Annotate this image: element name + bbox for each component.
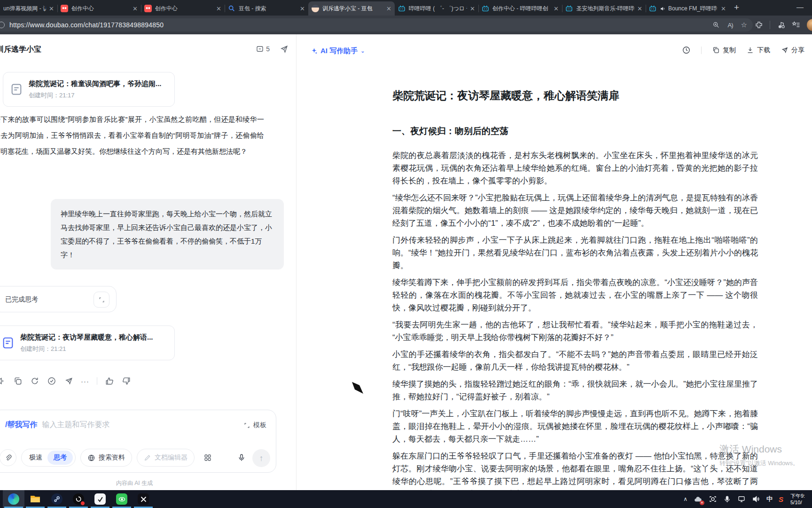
expand-icon[interactable]	[94, 292, 109, 308]
share-message-icon[interactable]	[64, 376, 73, 386]
sogou-tray-icon[interactable]: S	[779, 495, 783, 503]
volume-tray-icon[interactable]	[752, 495, 760, 503]
taskbar-obs-button[interactable]	[68, 490, 89, 508]
doc-card-2[interactable]: 柴院荒诞记：夜访琴屋藏暖意，稚心解语... 创建时间：21:21	[0, 325, 175, 360]
tab-close-icon[interactable]: ✕	[470, 5, 475, 12]
tab-title: un弹幕视频网 - 认证	[3, 5, 46, 13]
ime-indicator[interactable]: 中	[766, 495, 773, 503]
share-conversation-icon[interactable]	[280, 45, 289, 54]
tab-audio-icon[interactable]	[660, 6, 666, 12]
thumbs-down-icon[interactable]	[122, 376, 131, 386]
tab-close-icon[interactable]: ✕	[721, 5, 726, 12]
sparkle-icon	[311, 48, 318, 55]
favorite-star-icon[interactable]: ☆	[741, 21, 747, 29]
history-button[interactable]	[682, 46, 691, 55]
tab-doubao-chat-active[interactable]: 训斥逃学小宝 - 豆包 ✕	[308, 1, 395, 16]
regenerate-icon[interactable]	[30, 376, 39, 386]
tab-bilibili-bouncefm[interactable]: Bounce FM_哔哩哔 ✕	[646, 1, 729, 16]
paragraph: 绫华摸了摸她的头，指腹轻轻蹭过她泛红的眼角：“乖，很快就回来，就一小会儿。”她把…	[392, 378, 758, 403]
thumbs-up-icon[interactable]	[105, 376, 114, 386]
mode-fast-option[interactable]: 极速	[24, 453, 47, 462]
read-aloud-icon[interactable]: A)	[728, 22, 733, 29]
chat-input-box[interactable]: /帮我写作 输入主题和写作要求 模板 极速 思考 搜索资料	[0, 410, 276, 473]
system-tray: ∧ ✕ 中 S 下午9: 5/10/	[683, 492, 812, 506]
document-body[interactable]: 柴院荒诞记：夜访琴屋藏暖意，稚心解语笑满扉 一、夜灯候归：吻别后的空荡 柴院的夜…	[392, 89, 758, 490]
thinking-done-pill[interactable]: 已完成思考	[0, 286, 117, 312]
tab-doubao-search[interactable]: 豆包 - 搜索 ✕	[225, 1, 308, 16]
microphone-tray-icon[interactable]	[723, 495, 731, 503]
tab-title: 创作中心	[155, 5, 213, 13]
chat-panel: 训斥逃学小宝 5 柴院荒诞记：稚童误闻酒吧事，爷孙追闹... 创建时间：21:1…	[0, 34, 296, 490]
more-actions-icon[interactable]: ···	[81, 377, 89, 385]
browser-profile-avatar[interactable]	[807, 19, 812, 31]
paragraph: “我要去阿明先生家一趟，他的吉他坏了，想让我帮忙看看。”绫华站起来，顺手把小宝的…	[392, 318, 758, 344]
message-actions-row: ···	[0, 376, 131, 386]
tab-bilibili-creator[interactable]: 创作中心 - 哔哩哔哩创 ✕	[478, 1, 562, 16]
taskbar-eye-viewer-button[interactable]	[111, 490, 133, 508]
doc-editor-button[interactable]: 文档编辑器	[137, 449, 195, 467]
check-circle-icon[interactable]	[47, 376, 56, 386]
tab-close-icon[interactable]: ✕	[49, 5, 54, 12]
tab-close-icon[interactable]: ✕	[300, 5, 305, 12]
taskbar-file-explorer-button[interactable]	[24, 490, 46, 508]
tab-bilibili-home[interactable]: 哔哩哔哩 ( ゜- ゜)つロ 干 ✕	[395, 1, 478, 16]
media-control-icon[interactable]	[777, 21, 785, 29]
tab-close-icon[interactable]: ✕	[554, 5, 559, 12]
copy-document-button[interactable]: 复制	[712, 46, 736, 55]
doc-card-time: 创建时间：21:17	[29, 91, 162, 100]
extensions-icon[interactable]	[755, 21, 763, 29]
tray-expand-icon[interactable]: ∧	[683, 496, 687, 502]
tab-acfun[interactable]: un弹幕视频网 - 认证 ✕	[0, 1, 57, 16]
share-document-button[interactable]: 分享	[781, 46, 804, 55]
taskbar-capcut-button[interactable]	[133, 490, 154, 508]
assistant-selector[interactable]: AI 写作助手 ⌄	[311, 47, 365, 56]
notes-app-icon	[94, 493, 106, 505]
read-aloud-speaker-icon[interactable]	[0, 376, 6, 386]
attach-button[interactable]	[0, 449, 16, 466]
mode-think-option-selected[interactable]: 思考	[47, 451, 73, 465]
doc-card-title: 柴院荒诞记：夜访琴屋藏暖意，稚心解语...	[20, 333, 153, 342]
paragraph: 门外传来轻轻的脚步声，小宝一下子从床上跳起来，光着脚就往门口跑，拖鞋在地上拖出“…	[392, 234, 758, 272]
template-button[interactable]: 模板	[243, 421, 266, 429]
voice-input-button[interactable]	[237, 453, 246, 462]
tab-bilibili-music[interactable]: 圣安地列斯音乐-哔哩哔 ✕	[562, 1, 646, 16]
capture-tray-icon[interactable]	[709, 495, 717, 503]
tab-close-icon[interactable]: ✕	[133, 5, 138, 12]
eye-viewer-icon	[116, 493, 127, 505]
taskbar-clock[interactable]: 下午9: 5/10/	[790, 492, 812, 506]
input-placeholder[interactable]: 输入主题和写作要求	[42, 420, 109, 430]
send-button[interactable]: ↑	[252, 449, 270, 467]
screen: un弹幕视频网 - 认证 ✕ 创作中心 ✕ 创作中心 ✕ 豆包 - 搜索 ✕ 训…	[0, 0, 812, 508]
new-tab-button[interactable]: +	[734, 2, 739, 13]
download-document-button[interactable]: 下载	[746, 46, 770, 55]
taskbar-notes-app-button[interactable]	[89, 490, 111, 508]
paragraph: 绫华笑着蹲下来，伸手把小宝额前的碎发捋到耳后，指尖带着点夜晚的凉意。“小宝还没睡…	[392, 276, 758, 314]
skills-grid-button[interactable]	[199, 449, 216, 466]
mode-toggle[interactable]: 极速 思考	[21, 449, 76, 467]
zoom-icon[interactable]	[712, 21, 720, 29]
tab-close-icon[interactable]: ✕	[216, 5, 221, 12]
tab-close-icon[interactable]: ✕	[386, 5, 391, 12]
favorites-list-icon[interactable]	[792, 21, 800, 29]
copy-icon[interactable]	[13, 376, 23, 386]
onedrive-icon[interactable]: ✕	[694, 495, 703, 504]
download-icon	[746, 46, 754, 54]
url-text[interactable]: https://www.doubao.com/chat/191778384988…	[9, 21, 164, 29]
template-icon	[243, 422, 250, 429]
window-minimize-button[interactable]: —	[796, 3, 804, 11]
bilibili-favicon	[482, 5, 489, 12]
url-field[interactable]: https://www.doubao.com/chat/191778384988…	[0, 18, 753, 32]
tab-creator-center-1[interactable]: 创作中心 ✕	[57, 1, 141, 16]
doc-card-1[interactable]: 柴院荒诞记：稚童误闻酒吧事，爷孙追闹... 创建时间：21:17	[3, 72, 175, 107]
write-command-chip[interactable]: /帮我写作	[5, 420, 37, 430]
assistant-label: AI 写作助手	[320, 47, 358, 56]
network-tray-icon[interactable]	[737, 495, 746, 503]
message-count-badge[interactable]: 5	[256, 45, 270, 53]
taskbar-steam-button[interactable]	[46, 490, 68, 508]
site-info-icon[interactable]	[0, 22, 5, 28]
search-material-button[interactable]: 搜索资料	[80, 449, 132, 467]
paragraph: 柴院的夜总裹着层淡淡的槐花香，是村东头老槐树飘来的。小宝坐在床头，怀里抱着神里绫…	[392, 149, 758, 187]
tab-creator-center-2[interactable]: 创作中心 ✕	[141, 1, 225, 16]
taskbar-edge-button[interactable]	[3, 490, 24, 508]
tab-close-icon[interactable]: ✕	[637, 5, 642, 12]
